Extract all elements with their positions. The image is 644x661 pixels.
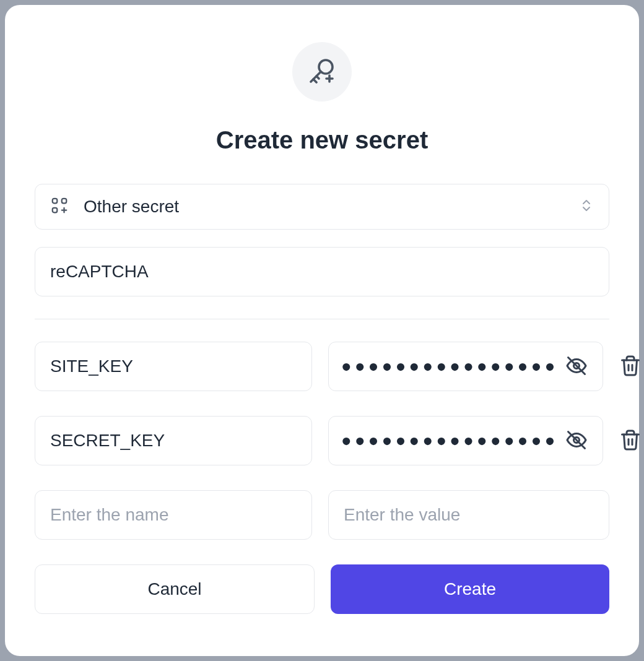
kv-value-input[interactable] — [341, 356, 563, 376]
delete-row-button[interactable] — [619, 349, 642, 384]
kv-name-input[interactable] — [35, 342, 312, 391]
kv-value-input[interactable] — [341, 431, 563, 451]
secret-type-label: Other secret — [84, 197, 579, 217]
modal-title: Create new secret — [35, 126, 609, 154]
secret-name-input[interactable] — [35, 247, 609, 296]
trash-icon — [619, 429, 642, 453]
grid-plus-icon — [50, 196, 69, 217]
header-icon-circle — [292, 42, 352, 102]
toggle-visibility-button[interactable] — [563, 352, 590, 381]
divider — [35, 319, 609, 319]
action-buttons: Cancel Create — [35, 564, 609, 614]
cancel-button[interactable]: Cancel — [35, 564, 315, 614]
kv-name-input[interactable] — [35, 416, 312, 465]
kv-value-wrapper — [328, 416, 603, 465]
svg-rect-3 — [53, 208, 58, 213]
chevron-up-down-icon — [579, 198, 594, 215]
eye-off-icon — [565, 429, 588, 453]
eye-off-icon — [565, 355, 588, 379]
svg-rect-2 — [62, 199, 67, 204]
new-kv-name-input[interactable] — [35, 490, 312, 540]
secret-kv-row — [35, 416, 609, 465]
new-kv-value-input[interactable] — [328, 490, 609, 540]
new-kv-row — [35, 490, 609, 540]
create-button[interactable]: Create — [331, 564, 609, 614]
kv-value-wrapper — [328, 342, 603, 391]
trash-icon — [619, 355, 642, 379]
svg-rect-1 — [53, 199, 58, 204]
key-plus-icon — [307, 56, 337, 88]
create-secret-modal: Create new secret Other secret — [5, 5, 639, 656]
toggle-visibility-button[interactable] — [563, 426, 590, 456]
secret-type-select[interactable]: Other secret — [35, 184, 609, 230]
secret-kv-row — [35, 342, 609, 391]
delete-row-button[interactable] — [619, 423, 642, 458]
